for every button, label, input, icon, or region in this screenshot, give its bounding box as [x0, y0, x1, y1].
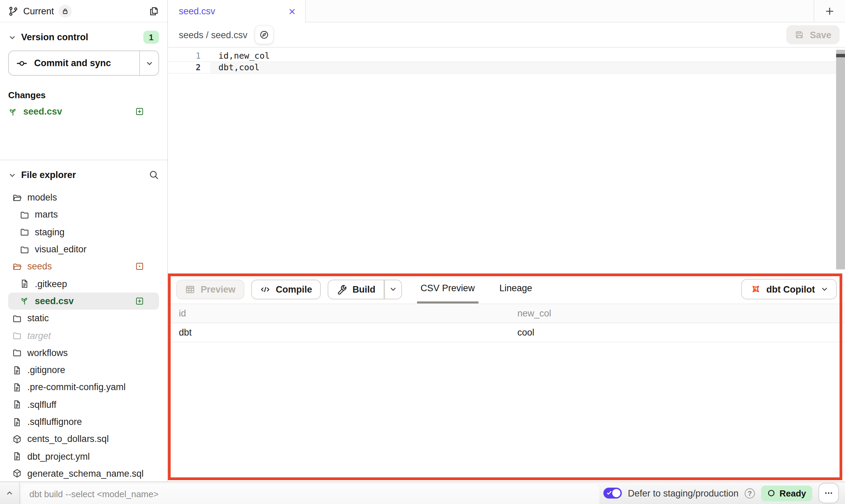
new-tab-button[interactable]	[814, 0, 845, 22]
folder-open-icon	[12, 193, 22, 202]
main-area: seed.csv seeds / seed.csv	[168, 0, 845, 481]
command-input[interactable]: dbt build --select <model_name>	[21, 484, 599, 504]
file-tree-item-seeds[interactable]: seeds	[8, 258, 159, 275]
more-options-button[interactable]	[818, 483, 839, 503]
commit-and-sync-button[interactable]: Commit and sync	[9, 51, 139, 75]
table-row: dbtcool	[168, 323, 845, 342]
file-tree-item-cents-to-dollars-sql[interactable]: cents_to_dollars.sql	[8, 430, 159, 448]
file-name: visual_editor	[35, 244, 87, 254]
file-tree-item-visual-editor[interactable]: visual_editor	[8, 241, 159, 258]
save-button[interactable]: Save	[787, 25, 840, 44]
folder-icon	[20, 244, 29, 254]
file-icon	[20, 279, 29, 288]
code-icon	[260, 284, 270, 294]
branch-name[interactable]: Current	[23, 6, 54, 16]
dbt-copilot-label: dbt Copilot	[767, 284, 815, 294]
version-control-header[interactable]: Version control 1	[8, 23, 159, 44]
model-icon	[12, 434, 22, 444]
breadcrumb-row: seeds / seed.csv Save	[168, 23, 845, 48]
build-label: Build	[353, 284, 376, 294]
file-tree-item--gitkeep[interactable]: .gitkeep	[8, 275, 159, 293]
changed-file-seed-csv[interactable]: seed.csv	[8, 106, 159, 117]
chevron-down-icon	[389, 285, 397, 293]
folder-icon	[12, 313, 22, 323]
file-tree-item-models[interactable]: models	[8, 189, 159, 206]
file-icon	[12, 451, 22, 461]
csv-table-header: idnew_col	[168, 303, 845, 323]
folder-icon	[20, 210, 29, 220]
file-name: staging	[35, 227, 65, 237]
added-status-icon	[135, 107, 144, 116]
dbt-ide-app: Current Version control 1	[0, 0, 845, 504]
tabbar-empty-space	[306, 0, 845, 23]
modified-status-icon	[135, 262, 144, 271]
search-icon[interactable]	[149, 170, 159, 180]
file-tree-item-workflows[interactable]: workflows	[8, 344, 159, 361]
file-tree-item--sqlfluff[interactable]: .sqlfluff	[8, 396, 159, 413]
panel-tabs: CSV PreviewLineage	[417, 275, 553, 303]
file-tree-item-generate-schema-name-sql[interactable]: generate_schema_name.sql	[8, 465, 159, 482]
navigate-button[interactable]	[254, 25, 273, 44]
file-tree-item-staging[interactable]: staging	[8, 223, 159, 241]
editor-lines: 1id,new_col2dbt,cool	[168, 50, 845, 74]
git-branch-icon	[8, 6, 18, 16]
breadcrumb: seeds / seed.csv	[179, 30, 247, 40]
changes-count-badge: 1	[143, 31, 159, 44]
file-tree-item--gitignore[interactable]: .gitignore	[8, 361, 159, 379]
file-name: target	[27, 330, 51, 341]
changes-title: Changes	[8, 90, 159, 100]
file-name: .pre-commit-config.yaml	[27, 382, 126, 392]
file-tree-item-static[interactable]: static	[8, 310, 159, 327]
file-tree-item-seed-csv[interactable]: seed.csv	[8, 293, 159, 310]
version-control-title: Version control	[21, 32, 88, 42]
file-tree-item--sqlfluffignore[interactable]: .sqlfluffignore	[8, 413, 159, 431]
file-tree-item-dbt-project-yml[interactable]: dbt_project.yml	[8, 448, 159, 465]
chevron-down-icon	[8, 33, 16, 41]
editor-line-1[interactable]: 1id,new_col	[168, 50, 845, 62]
ready-status-badge[interactable]: Ready	[761, 485, 812, 501]
code-editor[interactable]: 1id,new_col2dbt,cool	[168, 48, 845, 275]
commit-options-dropdown[interactable]	[139, 51, 158, 75]
branch-locked-badge	[59, 4, 72, 17]
status-bar-right: Defer to staging/production ? Ready	[603, 483, 845, 503]
defer-toggle[interactable]	[603, 488, 622, 499]
seed-icon	[8, 107, 18, 116]
duplicate-file-icon[interactable]	[149, 6, 159, 16]
seed-icon	[20, 296, 29, 306]
build-options-dropdown[interactable]	[384, 279, 402, 299]
preview-label: Preview	[201, 284, 235, 294]
dbt-copilot-button[interactable]: dbt Copilot	[741, 279, 837, 299]
expand-command-bar-button[interactable]	[0, 482, 19, 504]
folder-icon	[12, 348, 22, 358]
preview-button[interactable]: Preview	[176, 279, 244, 299]
file-tree-item--pre-commit-config-yaml[interactable]: .pre-commit-config.yaml	[8, 379, 159, 396]
tab-seed-csv[interactable]: seed.csv	[168, 0, 306, 23]
file-explorer-header[interactable]: File explorer	[8, 160, 159, 180]
close-tab-icon[interactable]	[288, 7, 296, 15]
editor-line-2[interactable]: 2dbt,cool	[168, 62, 845, 74]
scrollbar-thumb[interactable]	[836, 54, 845, 57]
file-name: generate_schema_name.sql	[27, 469, 144, 479]
added-status-icon	[135, 297, 144, 306]
editor-scrollbar[interactable]	[836, 50, 845, 269]
build-button[interactable]: Build	[328, 279, 385, 299]
command-placeholder: dbt build --select <model_name>	[29, 489, 159, 499]
file-icon	[12, 365, 22, 375]
plus-icon	[825, 6, 835, 16]
csv-table-body: dbtcool	[168, 323, 845, 342]
status-bar-divider	[19, 482, 20, 504]
file-tree-item-marts[interactable]: marts	[8, 206, 159, 224]
tab-lineage[interactable]: Lineage	[496, 275, 535, 303]
tab-csv-preview[interactable]: CSV Preview	[417, 275, 478, 303]
help-icon[interactable]: ?	[745, 488, 755, 498]
file-name: cents_to_dollars.sql	[27, 434, 109, 444]
bottom-panel: Preview Compile	[168, 275, 845, 481]
file-explorer-title: File explorer	[21, 170, 76, 180]
compile-label: Compile	[276, 284, 312, 294]
line-number: 1	[168, 50, 210, 61]
file-icon	[12, 383, 22, 392]
sidebar: Current Version control 1	[0, 0, 168, 481]
file-tree-item-target[interactable]: target	[8, 327, 159, 344]
line-text: id,new_col	[210, 50, 845, 61]
compile-button[interactable]: Compile	[251, 279, 321, 299]
